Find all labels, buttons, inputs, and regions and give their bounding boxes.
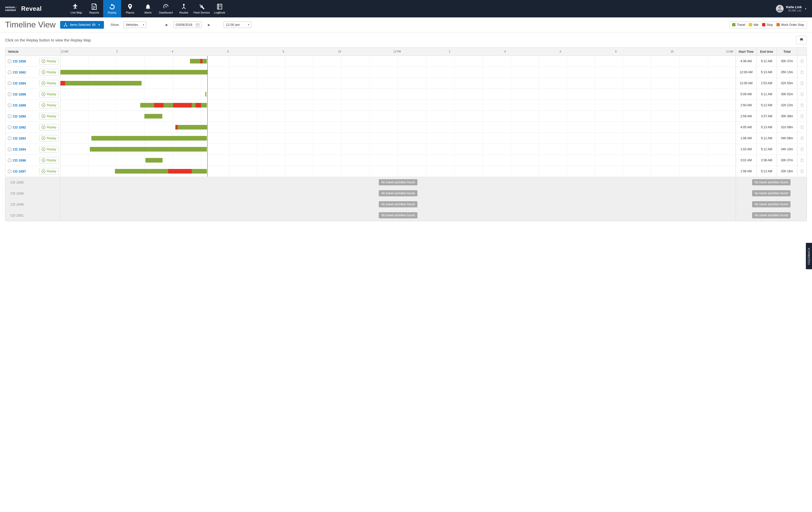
segment-travel[interactable]: [90, 147, 207, 151]
vehicle-link[interactable]: CD 1097: [13, 169, 26, 173]
row-checkbox[interactable]: [8, 82, 11, 85]
segment-travel[interactable]: [145, 158, 163, 163]
replay-button[interactable]: Replay: [39, 146, 59, 152]
nav-alerts[interactable]: Alerts: [139, 0, 157, 18]
vehicle-link[interactable]: CD 1090: [13, 114, 26, 118]
segment-travel[interactable]: [144, 114, 162, 118]
replay-button[interactable]: Replay: [39, 113, 59, 119]
vehicle-link[interactable]: CD 1092: [13, 125, 26, 129]
items-selected-button[interactable]: Items Selected: 69 ▼: [60, 21, 104, 29]
replay-button[interactable]: Replay: [39, 157, 59, 164]
row-checkbox[interactable]: [8, 170, 11, 173]
date-picker[interactable]: 03/09/2018: [173, 22, 202, 28]
vehicle-link[interactable]: CD 1089: [13, 104, 26, 107]
stats-empty: No travel activities found: [736, 188, 807, 199]
row-checkbox[interactable]: [8, 159, 11, 162]
vehicle-link[interactable]: CD 1088: [13, 92, 26, 96]
timeline-cell[interactable]: [60, 155, 736, 166]
replay-button[interactable]: Replay: [39, 80, 59, 87]
timeline-cell[interactable]: [60, 144, 736, 154]
prev-day-button[interactable]: ◀: [163, 22, 169, 28]
segment-travel[interactable]: [91, 136, 207, 141]
timeline-cell[interactable]: [60, 122, 736, 133]
user-menu[interactable]: Kelle Link ACME Ltd. ▼: [771, 0, 812, 18]
timeline-cell[interactable]: [60, 100, 736, 111]
row-checkbox[interactable]: [8, 148, 11, 151]
time-select[interactable]: 12:00 am▾: [224, 22, 252, 28]
segment-stop[interactable]: [200, 59, 202, 63]
row-action[interactable]: [798, 89, 807, 99]
segment-travel[interactable]: [60, 70, 207, 75]
vehicle-link[interactable]: CD 1093: [13, 137, 26, 140]
row-checkbox[interactable]: [8, 115, 11, 118]
segment-stop[interactable]: [154, 103, 164, 108]
vehicle-link[interactable]: CD 1084: [13, 81, 26, 85]
replay-button[interactable]: Replay: [39, 102, 59, 109]
no-activity-pill: No travel activities found: [752, 201, 791, 207]
replay-button[interactable]: Replay: [39, 168, 59, 175]
row-action[interactable]: [798, 166, 807, 177]
row-checkbox[interactable]: [8, 93, 11, 96]
nav-dashboard[interactable]: Dashboard: [157, 0, 175, 18]
row-action[interactable]: [798, 78, 807, 89]
row-action[interactable]: [798, 100, 807, 111]
row-checkbox[interactable]: [8, 60, 11, 63]
vehicle-link[interactable]: CD 1096: [13, 159, 26, 162]
segment-travel[interactable]: [201, 103, 207, 108]
nav-places[interactable]: Places: [121, 0, 139, 18]
row-checkbox[interactable]: [8, 126, 11, 129]
nav-fleet-service[interactable]: Fleet Service: [193, 0, 211, 18]
segment-travel[interactable]: [202, 59, 207, 63]
nav-replay[interactable]: Replay: [103, 0, 121, 18]
vehicle-link[interactable]: CD 1094: [13, 147, 26, 151]
segment-travel[interactable]: [140, 103, 154, 108]
segment-travel[interactable]: [192, 103, 196, 108]
row-action[interactable]: [798, 155, 807, 166]
legend-stop-swatch: [762, 23, 765, 26]
vehicle-link[interactable]: CD 1059: [13, 59, 26, 63]
row-action[interactable]: [798, 122, 807, 133]
segment-travel[interactable]: [205, 92, 206, 96]
timeline-cell[interactable]: [60, 111, 736, 122]
row-action[interactable]: [798, 111, 807, 122]
nav-routist[interactable]: Routist: [175, 0, 193, 18]
row-action[interactable]: [798, 144, 807, 154]
segment-stop[interactable]: [168, 169, 192, 174]
nav-live-map[interactable]: Live Map: [67, 0, 85, 18]
replay-button[interactable]: Replay: [39, 58, 59, 64]
segment-stop[interactable]: [60, 81, 65, 86]
timeline-cell[interactable]: [60, 89, 736, 99]
segment-travel[interactable]: [190, 59, 200, 63]
row-action[interactable]: [798, 133, 807, 144]
replay-button[interactable]: Replay: [39, 135, 59, 142]
segment-travel[interactable]: [115, 169, 169, 174]
segment-travel[interactable]: [178, 125, 207, 130]
row-checkbox[interactable]: [8, 104, 11, 107]
print-button[interactable]: [796, 36, 807, 44]
timeline-cell[interactable]: [60, 56, 736, 66]
replay-button[interactable]: Replay: [39, 124, 59, 131]
nav-reports[interactable]: Reports: [85, 0, 103, 18]
vehicle-link[interactable]: CD 1062: [13, 70, 26, 74]
segment-travel[interactable]: [192, 169, 207, 174]
segment-stop[interactable]: [173, 103, 192, 108]
nav-logbook[interactable]: LogBook: [211, 0, 229, 18]
timeline-cell[interactable]: [60, 78, 736, 89]
row-checkbox[interactable]: [8, 70, 11, 74]
hour-label: 12 AM: [725, 48, 736, 56]
now-line: [207, 78, 208, 89]
timeline-cell[interactable]: [60, 67, 736, 78]
segment-travel[interactable]: [164, 103, 173, 108]
segment-stop[interactable]: [175, 125, 178, 130]
segment-travel[interactable]: [65, 81, 141, 86]
segment-stop[interactable]: [196, 103, 201, 108]
timeline-cell[interactable]: [60, 166, 736, 177]
replay-button[interactable]: Replay: [39, 91, 59, 97]
row-action[interactable]: [798, 56, 807, 66]
next-day-button[interactable]: ▶: [206, 22, 212, 28]
row-action[interactable]: [798, 67, 807, 78]
replay-button[interactable]: Replay: [39, 69, 59, 76]
timeline-cell[interactable]: [60, 133, 736, 144]
show-select[interactable]: Vehicles▾: [123, 22, 146, 28]
row-checkbox[interactable]: [8, 137, 11, 140]
